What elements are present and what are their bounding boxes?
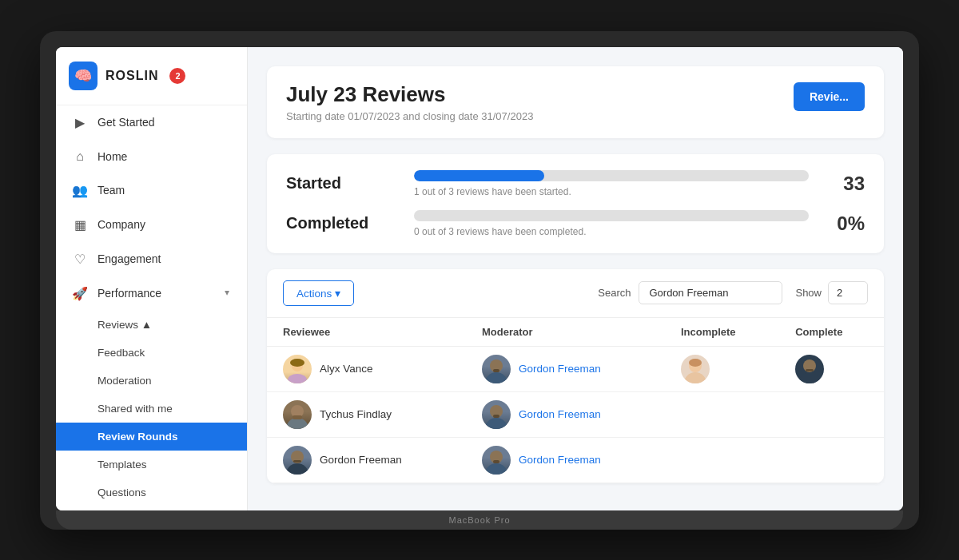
- main-content: July 23 Reviews Starting date 01/07/2023…: [248, 47, 903, 510]
- svg-point-3: [290, 359, 304, 367]
- sub-item-label: Shared with me: [97, 403, 173, 415]
- sidebar-item-performance[interactable]: 🚀 Performance ▲: [56, 276, 247, 311]
- started-bar-container: 1 out of 3 reviews have been started.: [414, 170, 809, 197]
- sidebar-sub-moderation[interactable]: Moderation: [56, 367, 247, 395]
- home-icon: ⌂: [72, 149, 88, 164]
- svg-point-19: [286, 463, 308, 475]
- col-reviewee: Reviewee: [267, 317, 466, 346]
- show-select[interactable]: [828, 281, 868, 304]
- sidebar-item-label: Engagement: [97, 252, 161, 265]
- svg-rect-12: [806, 369, 814, 371]
- incomplete-cell: [665, 391, 779, 437]
- started-progress-bg: [414, 170, 809, 181]
- page-title: July 23 Reviews: [286, 82, 533, 107]
- sidebar-sub-shared-with-me[interactable]: Shared with me: [56, 395, 247, 423]
- moderator-name[interactable]: Gordon Freeman: [519, 454, 601, 466]
- sub-item-label: Review Rounds: [97, 431, 178, 443]
- col-moderator: Moderator: [466, 317, 665, 346]
- page-subtitle: Starting date 01/07/2023 and closing dat…: [286, 110, 533, 122]
- sidebar-item-home[interactable]: ⌂ Home: [56, 140, 247, 173]
- sub-item-label: Questions: [97, 487, 146, 498]
- sidebar-sub-templates[interactable]: Templates: [56, 451, 247, 479]
- logo-icon: 🧠: [69, 62, 97, 90]
- review-button[interactable]: Revie...: [794, 82, 865, 111]
- sidebar-sub-scales[interactable]: Scales: [56, 506, 247, 510]
- reviewee-cell: Gordon Freeman: [267, 437, 466, 483]
- started-label: Started: [286, 174, 398, 193]
- started-sub-text: 1 out of 3 reviews have been started.: [414, 186, 809, 197]
- completed-label: Completed: [286, 214, 398, 232]
- chevron-up-icon: ▲: [223, 289, 231, 298]
- engagement-icon: ♡: [72, 252, 88, 267]
- moderator-name[interactable]: Gordon Freeman: [519, 363, 601, 375]
- company-icon: ▦: [72, 217, 88, 232]
- sidebar-item-get-started[interactable]: ▶ Get Started: [56, 105, 247, 140]
- incomplete-cell: [665, 346, 779, 391]
- laptop-frame: 🧠 ROSLIN 2 ▶ Get Started ⌂ Home 👥 Team ▦…: [40, 31, 919, 530]
- svg-rect-6: [493, 369, 499, 372]
- svg-point-22: [485, 463, 507, 475]
- sub-item-label: Feedback: [97, 347, 145, 359]
- reviewee-name: Gordon Freeman: [320, 454, 402, 466]
- sidebar: 🧠 ROSLIN 2 ▶ Get Started ⌂ Home 👥 Team ▦…: [56, 47, 248, 510]
- avatar: [482, 400, 511, 429]
- svg-point-13: [286, 418, 308, 429]
- sidebar-sub-feedback[interactable]: Feedback: [56, 339, 247, 367]
- sidebar-item-label: Home: [97, 150, 127, 163]
- macbook-label: MacBook Pro: [448, 515, 510, 525]
- svg-point-16: [485, 418, 507, 429]
- avatar: [482, 446, 511, 475]
- sidebar-sub-questions[interactable]: Questions: [56, 479, 247, 506]
- svg-point-9: [689, 359, 702, 367]
- play-icon: ▶: [72, 115, 88, 130]
- sub-item-label: Moderation: [97, 375, 152, 387]
- sidebar-item-label: Get Started: [97, 116, 155, 129]
- sidebar-item-team[interactable]: 👥 Team: [56, 173, 247, 208]
- sidebar-item-company[interactable]: ▦ Company: [56, 208, 247, 242]
- sidebar-item-label: Company: [97, 218, 145, 231]
- table-row: Gordon Freeman: [267, 437, 884, 483]
- sidebar-item-engagement[interactable]: ♡ Engagement: [56, 242, 247, 276]
- svg-rect-24: [493, 460, 499, 463]
- laptop-base: MacBook Pro: [56, 510, 903, 530]
- show-label: Show: [795, 287, 822, 299]
- incomplete-cell: [665, 437, 779, 483]
- avatar: [283, 355, 312, 383]
- moderator-cell: Gordon Freeman: [466, 391, 665, 437]
- moderator-cell: Gordon Freeman: [466, 437, 665, 483]
- avatar: [283, 446, 312, 475]
- complete-cell: [779, 391, 884, 437]
- sidebar-item-label: Team: [97, 184, 125, 197]
- col-incomplete: Incomplete: [665, 317, 779, 346]
- svg-point-7: [684, 372, 706, 383]
- sidebar-sub-review-rounds[interactable]: Review Rounds: [56, 423, 247, 451]
- completed-stat-row: Completed 0 out of 3 reviews have been c…: [286, 210, 865, 237]
- moderator-name[interactable]: Gordon Freeman: [519, 408, 601, 420]
- completed-sub-text: 0 out of 3 reviews have been completed.: [414, 226, 809, 237]
- col-complete: Complete: [779, 317, 884, 346]
- logo-text: ROSLIN: [105, 69, 158, 83]
- reviewee-cell: Alyx Vance: [267, 346, 466, 391]
- reviewee-name: Alyx Vance: [320, 363, 373, 375]
- complete-cell: [779, 346, 884, 391]
- completed-percent: 0%: [825, 212, 865, 235]
- search-area: Search: [598, 281, 782, 304]
- completed-bar-container: 0 out of 3 reviews have been completed.: [414, 210, 809, 237]
- svg-point-4: [485, 372, 507, 383]
- sub-item-label: Templates: [97, 459, 147, 471]
- sidebar-logo: 🧠 ROSLIN 2: [56, 47, 247, 105]
- avatar: [283, 400, 312, 429]
- complete-cell: [779, 437, 884, 483]
- search-input[interactable]: [639, 281, 782, 304]
- table-row: Alyx Vance: [267, 346, 884, 391]
- reviewee-cell: Tychus Findlay: [267, 391, 466, 437]
- table-section: Actions ▾ Search Show Reviewee Mode: [267, 269, 884, 483]
- performance-icon: 🚀: [72, 286, 88, 301]
- sub-item-label: Reviews ▲: [97, 319, 152, 331]
- sidebar-sub-reviews[interactable]: Reviews ▲: [56, 311, 247, 339]
- avatar: [482, 355, 511, 383]
- incomplete-avatar: [681, 355, 710, 383]
- actions-button[interactable]: Actions ▾: [283, 280, 354, 306]
- header-text-block: July 23 Reviews Starting date 01/07/2023…: [286, 82, 533, 122]
- completed-progress-bg: [414, 210, 809, 221]
